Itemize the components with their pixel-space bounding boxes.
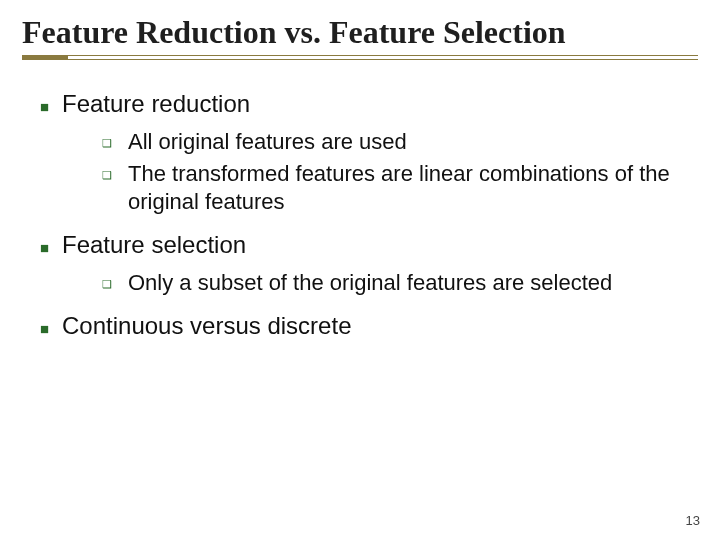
- list-item-label: The transformed features are linear comb…: [128, 160, 692, 216]
- list-item: ❑ The transformed features are linear co…: [102, 160, 692, 216]
- list-item-label: Only a subset of the original features a…: [128, 269, 692, 297]
- square-bullet-icon: ■: [40, 238, 62, 257]
- slide-content: ■ Feature reduction ❑ All original featu…: [22, 89, 698, 342]
- title-rule: [22, 55, 698, 61]
- square-bullet-icon: ■: [40, 319, 62, 338]
- list-item-label: All original features are used: [128, 128, 692, 156]
- list-item-label: Feature reduction: [62, 89, 692, 120]
- rule-line-top: [22, 55, 698, 56]
- square-bullet-icon: ■: [40, 97, 62, 116]
- list-item: ■ Feature selection: [40, 230, 692, 261]
- slide: Feature Reduction vs. Feature Selection …: [0, 0, 720, 540]
- rule-accent: [22, 55, 68, 60]
- rule-line-bottom: [22, 59, 698, 60]
- hollow-square-bullet-icon: ❑: [102, 136, 128, 150]
- list-item-label: Continuous versus discrete: [62, 311, 692, 342]
- hollow-square-bullet-icon: ❑: [102, 277, 128, 291]
- list-item: ■ Continuous versus discrete: [40, 311, 692, 342]
- list-item-label: Feature selection: [62, 230, 692, 261]
- hollow-square-bullet-icon: ❑: [102, 168, 128, 182]
- list-item: ❑ Only a subset of the original features…: [102, 269, 692, 297]
- slide-title: Feature Reduction vs. Feature Selection: [22, 14, 698, 51]
- page-number: 13: [686, 513, 700, 528]
- sub-list: ❑ All original features are used ❑ The t…: [102, 128, 692, 216]
- list-item: ■ Feature reduction: [40, 89, 692, 120]
- sub-list: ❑ Only a subset of the original features…: [102, 269, 692, 297]
- list-item: ❑ All original features are used: [102, 128, 692, 156]
